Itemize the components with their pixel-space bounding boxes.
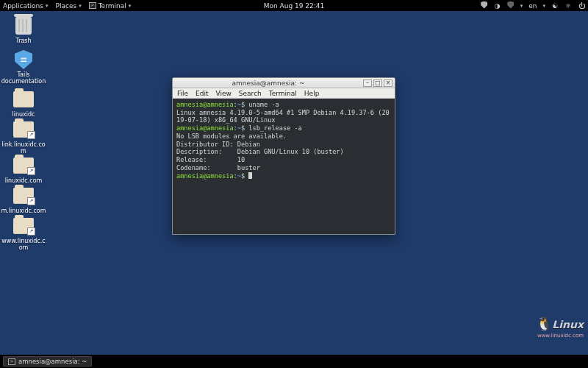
top-panel: Applications▾ Places▾ Terminal▾ Mon Aug … [0,0,588,11]
menu-edit[interactable]: Edit [196,90,208,97]
terminal-output[interactable]: amnesia@amnesia:~$ uname -a Linux amnesi… [173,99,395,234]
terminal-icon [8,358,15,365]
clock[interactable]: Mon Aug 19 22:41 [264,2,325,10]
tor-status-icon[interactable] [481,1,488,10]
desktop[interactable]: Trash ≡ Tails documentation linuxidc lin… [0,11,588,355]
bottom-panel: amnesia@amnesia: ~ [0,355,588,368]
menu-help[interactable]: Help [304,90,320,97]
tux-icon: 🐧 [536,316,552,331]
applications-menu[interactable]: Applications▾ [3,2,49,10]
taskbar-entry-terminal[interactable]: amnesia@amnesia: ~ [3,356,92,367]
menu-file[interactable]: File [177,90,188,97]
terminal-icon [89,2,96,9]
window-title: amnesia@amnesia: ~ [175,79,362,87]
tails-documentation-icon[interactable]: ≡ Tails documentation [0,49,47,85]
trash-icon[interactable]: Trash [0,15,47,45]
menu-search[interactable]: Search [239,90,262,97]
tails-shield-icon[interactable] [507,1,514,10]
watermark: 🐧Linux www.linuxidc.com [536,316,584,339]
window-titlebar[interactable]: amnesia@amnesia: ~ – □ × [173,78,395,88]
power-icon[interactable]: ⏻ [578,2,585,10]
network-icon[interactable]: ⚛ [564,2,572,10]
places-menu[interactable]: Places▾ [56,2,82,10]
folder-m-linuxidc[interactable]: m.linuxidc.com [0,185,47,215]
terminal-window[interactable]: amnesia@amnesia: ~ – □ × File Edit View … [172,77,395,235]
folder-link-linuxidc[interactable]: link.linuxidc.co m [0,119,47,155]
tray-icon-1[interactable]: ◑ [494,2,501,10]
window-close-button[interactable]: × [384,79,392,87]
menu-terminal[interactable]: Terminal [269,90,297,97]
window-minimize-button[interactable]: – [363,79,372,87]
folder-www-linuxidc[interactable]: www.linuxidc.c om [0,216,47,252]
folder-linuxidc-com[interactable]: linuxidc.com [0,155,47,185]
accessibility-icon[interactable]: ☯ [551,2,559,10]
terminal-cursor [248,172,252,179]
terminal-menubar: File Edit View Search Terminal Help [173,88,395,99]
menu-view[interactable]: View [216,90,232,97]
window-maximize-button[interactable]: □ [373,79,382,87]
keyboard-layout-indicator[interactable]: en [528,2,537,10]
terminal-app-menu[interactable]: Terminal▾ [89,2,132,10]
folder-linuxidc[interactable]: linuxidc [0,89,47,118]
